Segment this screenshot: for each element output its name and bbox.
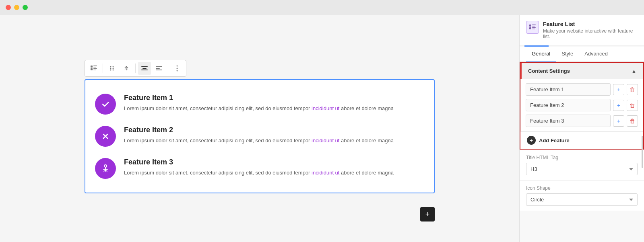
svg-rect-23 xyxy=(532,25,536,25)
widget-container: Feature Item 1 Lorem ipsum dolor sit ame… xyxy=(85,60,435,197)
widget-type-button[interactable] xyxy=(87,62,100,75)
svg-rect-27 xyxy=(532,29,535,29)
align-center-button[interactable] xyxy=(138,62,151,75)
svg-rect-1 xyxy=(93,66,97,66)
feature-title-2: Feature Item 2 xyxy=(124,126,424,134)
svg-point-7 xyxy=(113,66,114,68)
main-layout: Feature Item 1 Lorem ipsum dolor sit ame… xyxy=(0,15,644,242)
section-title-content: Content Settings xyxy=(528,68,570,74)
title-html-tag-label: Title HTML Tag xyxy=(526,155,638,160)
sidebar-header: Feature List Make your website interacti… xyxy=(520,15,644,45)
svg-rect-16 xyxy=(156,68,160,69)
svg-point-9 xyxy=(113,68,114,69)
svg-point-18 xyxy=(177,66,178,67)
svg-rect-5 xyxy=(93,70,96,70)
feature-title-1: Feature Item 1 xyxy=(124,94,424,102)
sidebar-widget-title: Feature List xyxy=(543,21,638,27)
svg-rect-15 xyxy=(156,66,162,67)
right-sidebar: Feature List Make your website interacti… xyxy=(519,15,644,242)
feature-item-3: Feature Item 3 Lorem ipsum dolor sit ame… xyxy=(95,152,424,185)
add-widget-button[interactable]: + xyxy=(420,207,435,221)
svg-rect-12 xyxy=(141,66,148,67)
add-feature-item-1-button[interactable]: + xyxy=(613,84,624,95)
more-options-button[interactable] xyxy=(171,62,184,75)
close-button[interactable] xyxy=(6,5,11,10)
align-left-button[interactable] xyxy=(153,62,165,75)
feature-icon-2 xyxy=(95,126,116,147)
sidebar-feature-row-3: + 🗑 xyxy=(526,115,638,127)
feature-list-widget: Feature Item 1 Lorem ipsum dolor sit ame… xyxy=(85,79,435,193)
svg-point-6 xyxy=(110,66,111,68)
feature-icon-3 xyxy=(95,158,116,179)
feature-item-1: Feature Item 1 Lorem ipsum dolor sit ame… xyxy=(95,88,424,120)
icon-shape-label: Icon Shape xyxy=(526,185,638,191)
delete-feature-item-1-button[interactable]: 🗑 xyxy=(627,84,638,95)
feature-item-input-3[interactable] xyxy=(526,115,611,127)
widget-icon xyxy=(526,21,539,34)
delete-feature-item-2-button[interactable]: 🗑 xyxy=(627,100,638,111)
feature-content-1: Feature Item 1 Lorem ipsum dolor sit ame… xyxy=(124,94,424,113)
content-settings-section: Content Settings ▲ + 🗑 + 🗑 + xyxy=(520,62,644,150)
toolbar-divider xyxy=(103,64,103,73)
icon-shape-section: Icon Shape Circle Square Rounded Square xyxy=(520,180,644,211)
highlight-3: incididunt ut xyxy=(312,170,339,176)
sidebar-tabs: General Style Advanced xyxy=(520,47,644,62)
delete-feature-item-3-button[interactable]: 🗑 xyxy=(627,115,638,127)
toolbar-divider-2 xyxy=(135,64,136,73)
minimize-button[interactable] xyxy=(14,5,19,10)
svg-point-19 xyxy=(177,68,178,69)
svg-rect-24 xyxy=(532,26,535,27)
toolbar-divider-3 xyxy=(168,64,168,73)
feature-desc-1: Lorem ipsum dolor sit amet, consectetur … xyxy=(124,105,424,113)
title-html-tag-select[interactable]: H3 H1 H2 H4 H5 H6 p div span xyxy=(526,163,638,175)
feature-desc-2: Lorem ipsum dolor sit amet, consectetur … xyxy=(124,137,424,145)
sidebar-feature-row-1: + 🗑 xyxy=(526,83,638,96)
feature-desc-3: Lorem ipsum dolor sit amet, consectetur … xyxy=(124,169,424,177)
svg-rect-26 xyxy=(532,27,536,28)
feature-item-input-1[interactable] xyxy=(526,83,611,96)
add-feature-item-3-button[interactable]: + xyxy=(613,115,624,127)
feature-item-input-2[interactable] xyxy=(526,99,611,111)
icon-shape-select[interactable]: Circle Square Rounded Square xyxy=(526,193,638,206)
svg-rect-3 xyxy=(91,68,93,70)
tab-advanced[interactable]: Advanced xyxy=(579,47,613,62)
feature-content-2: Feature Item 2 Lorem ipsum dolor sit ame… xyxy=(124,126,424,145)
sidebar-feature-row-2: + 🗑 xyxy=(526,99,638,111)
section-header-content[interactable]: Content Settings ▲ xyxy=(520,63,643,79)
svg-rect-25 xyxy=(529,27,531,29)
scroll-track xyxy=(642,136,643,168)
add-feature-item-2-button[interactable]: + xyxy=(613,100,624,111)
feature-title-3: Feature Item 3 xyxy=(124,158,424,166)
feature-icon-1 xyxy=(95,94,116,115)
highlight-1: incididunt ut xyxy=(312,105,339,111)
svg-point-11 xyxy=(113,70,114,71)
svg-rect-14 xyxy=(141,70,148,70)
canvas-area: Feature Item 1 Lorem ipsum dolor sit ame… xyxy=(0,15,519,242)
highlight-2: incididunt ut xyxy=(312,137,339,144)
fullscreen-button[interactable] xyxy=(23,5,28,10)
tab-general[interactable]: General xyxy=(526,47,556,62)
sidebar-widget-subtitle: Make your website interactive with featu… xyxy=(543,28,638,39)
drag-handle-button[interactable] xyxy=(105,62,118,75)
add-feature-icon: + xyxy=(527,136,536,145)
section-collapse-icon[interactable]: ▲ xyxy=(632,68,636,74)
add-feature-label: Add Feature xyxy=(539,137,570,144)
sidebar-widget-info: Feature List Make your website interacti… xyxy=(543,21,638,39)
title-html-tag-section: Title HTML Tag H3 H1 H2 H4 H5 H6 p div s… xyxy=(520,150,644,180)
widget-toolbar xyxy=(85,60,186,77)
svg-point-20 xyxy=(177,70,178,72)
title-bar xyxy=(0,0,644,15)
svg-rect-17 xyxy=(156,70,162,70)
svg-rect-2 xyxy=(93,67,96,68)
svg-rect-22 xyxy=(529,25,531,27)
svg-rect-13 xyxy=(142,68,147,69)
sidebar-feature-items: + 🗑 + 🗑 + 🗑 xyxy=(520,79,643,131)
tab-style[interactable]: Style xyxy=(556,47,579,62)
feature-item-2: Feature Item 2 Lorem ipsum dolor sit ame… xyxy=(95,120,424,152)
svg-point-10 xyxy=(110,70,111,71)
move-up-button[interactable] xyxy=(120,62,133,75)
add-feature-button[interactable]: + Add Feature xyxy=(520,131,643,149)
feature-content-3: Feature Item 3 Lorem ipsum dolor sit ame… xyxy=(124,158,424,177)
svg-rect-0 xyxy=(91,66,93,68)
svg-point-8 xyxy=(110,68,111,69)
